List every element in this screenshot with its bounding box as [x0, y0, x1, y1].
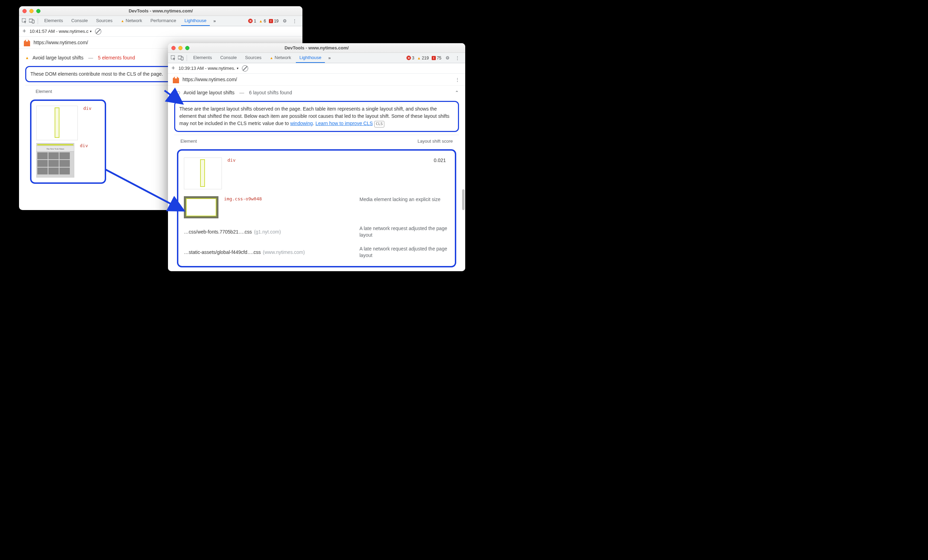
violations-badge[interactable]: !19	[269, 19, 279, 23]
windowing-link[interactable]: windowing	[290, 120, 313, 126]
minimize-icon[interactable]	[29, 9, 34, 13]
tab-elements[interactable]: Elements	[41, 16, 66, 26]
element-row[interactable]: The New York Times div	[35, 142, 101, 179]
scrollbar[interactable]	[462, 189, 464, 210]
audit-title: Avoid large layout shifts	[32, 55, 84, 61]
zoom-icon[interactable]	[185, 46, 189, 50]
lighthouse-logo-icon	[24, 39, 30, 46]
audit-count: 5 elements found	[98, 55, 135, 61]
layout-shift-score: 0.021	[434, 158, 449, 163]
status-area: ✕3 ▲219 !75 ⚙ ⋮	[406, 55, 463, 61]
cause-row[interactable]: …static-assets/global-f449cfd….css (www.…	[182, 242, 452, 263]
description-callout: These are the largest layout shifts obse…	[174, 101, 459, 132]
tab-network[interactable]: Network	[118, 16, 146, 26]
cause-file: …static-assets/global-f449cfd….css	[184, 250, 261, 255]
report-url: https://www.nytimes.com/	[183, 77, 237, 82]
url-row: https://www.nytimes.com/ ⋮	[168, 74, 465, 86]
cause-host: (www.nytimes.com)	[263, 250, 305, 255]
audit-title: Avoid large layout shifts	[183, 90, 235, 95]
inspect-icon[interactable]	[170, 55, 176, 61]
cause-host: (g1.nyt.com)	[254, 229, 281, 234]
clear-icon[interactable]	[95, 28, 101, 35]
element-thumbnail: The New York Times	[36, 143, 74, 178]
elements-callout: div 0.021 img.css-o9w048 Media element l…	[177, 149, 456, 267]
clear-icon[interactable]	[242, 65, 248, 72]
cause-file: …css/web-fonts.7705b21….css	[184, 229, 252, 234]
status-area: ✕1 ▲6 !19 ⚙ ⋮	[248, 18, 300, 23]
tab-sources[interactable]: Sources	[93, 16, 116, 26]
tab-sources[interactable]: Sources	[241, 53, 265, 63]
titlebar: DevTools - www.nytimes.com/	[19, 6, 302, 16]
lighthouse-subbar: + 10:41:57 AM - www.nytimes.c	[19, 26, 302, 37]
cause-tag: img.css-o9w048	[224, 196, 262, 201]
violations-badge[interactable]: !75	[432, 56, 441, 61]
svg-line-6	[165, 91, 183, 103]
element-thumbnail	[36, 106, 78, 140]
devtools-tabbar: Elements Console Sources Network Perform…	[19, 16, 302, 26]
kebab-icon[interactable]: ⋮	[291, 18, 298, 23]
cause-reason: A late network request adjusted the page…	[359, 246, 449, 259]
cause-reason: Media element lacking an explicit size	[359, 196, 449, 203]
traffic-lights	[171, 46, 189, 50]
cause-reason: A late network request adjusted the page…	[359, 225, 449, 239]
audit-row[interactable]: Avoid large layout shifts — 6 layout shi…	[174, 87, 459, 98]
elements-callout: div The New York Times div	[30, 99, 106, 184]
zoom-icon[interactable]	[36, 9, 40, 13]
element-tag: div	[83, 106, 91, 111]
warnings-badge[interactable]: ▲6	[259, 19, 266, 23]
window-title: DevTools - www.nytimes.com/	[23, 8, 299, 14]
errors-badge[interactable]: ✕1	[248, 19, 256, 23]
tab-console[interactable]: Console	[68, 16, 91, 26]
device-icon[interactable]	[29, 18, 35, 24]
content: Avoid large layout shifts — 6 layout shi…	[168, 86, 465, 271]
gear-icon[interactable]: ⚙	[444, 55, 451, 61]
tabs-overflow-icon[interactable]: »	[211, 18, 218, 23]
devtools-tabbar: Elements Console Sources Network Lightho…	[168, 53, 465, 63]
tab-console[interactable]: Console	[217, 53, 240, 63]
svg-line-7	[105, 169, 184, 211]
tabs-overflow-icon[interactable]: »	[326, 55, 333, 61]
report-dropdown[interactable]: 10:39:13 AM - www.nytimes.	[179, 65, 238, 71]
warnings-badge[interactable]: ▲219	[417, 56, 429, 61]
close-icon[interactable]	[171, 46, 176, 50]
devtools-window-right: DevTools - www.nytimes.com/ Elements Con…	[168, 43, 465, 271]
audit-count: 6 layout shifts found	[249, 90, 292, 95]
tab-elements[interactable]: Elements	[190, 53, 215, 63]
report-menu-icon[interactable]: ⋮	[455, 77, 460, 82]
svg-rect-2	[32, 20, 34, 23]
table-header: Element Layout shift score	[174, 135, 459, 147]
errors-badge[interactable]: ✕3	[406, 56, 414, 61]
element-row[interactable]: div	[35, 104, 101, 142]
tab-network[interactable]: Network	[267, 53, 295, 63]
warning-triangle-icon: ▲	[25, 56, 29, 60]
annotation-arrow	[104, 168, 194, 221]
device-icon[interactable]	[178, 55, 184, 61]
tab-lighthouse[interactable]: Lighthouse	[181, 16, 210, 26]
report-dropdown[interactable]: 10:41:57 AM - www.nytimes.c	[30, 29, 92, 34]
new-report-button[interactable]: +	[171, 65, 175, 72]
element-tag: div	[80, 143, 88, 148]
lighthouse-logo-icon	[173, 76, 179, 83]
element-row[interactable]: div 0.021	[182, 154, 452, 193]
tab-lighthouse[interactable]: Lighthouse	[296, 53, 325, 63]
cls-badge: CLS	[374, 121, 385, 128]
new-report-button[interactable]: +	[23, 27, 26, 35]
titlebar: DevTools - www.nytimes.com/	[168, 43, 465, 53]
annotation-arrow	[163, 89, 191, 111]
learn-cls-link[interactable]: Learn how to improve CLS	[316, 120, 373, 126]
cause-row[interactable]: …css/web-fonts.7705b21….css (g1.nyt.com)…	[182, 222, 452, 242]
tab-performance[interactable]: Performance	[147, 16, 179, 26]
window-title: DevTools - www.nytimes.com/	[171, 45, 462, 50]
svg-rect-5	[181, 57, 183, 60]
close-icon[interactable]	[23, 9, 27, 13]
lighthouse-subbar: + 10:39:13 AM - www.nytimes.	[168, 63, 465, 74]
chevron-up-icon[interactable]: ⌃	[455, 90, 459, 95]
kebab-icon[interactable]: ⋮	[454, 55, 461, 61]
report-url: https://www.nytimes.com/	[34, 40, 88, 45]
traffic-lights	[23, 9, 40, 13]
cause-row[interactable]: img.css-o9w048 Media element lacking an …	[182, 193, 452, 222]
inspect-icon[interactable]	[21, 18, 27, 24]
element-tag: div	[227, 158, 235, 163]
gear-icon[interactable]: ⚙	[281, 18, 288, 23]
minimize-icon[interactable]	[179, 46, 183, 50]
